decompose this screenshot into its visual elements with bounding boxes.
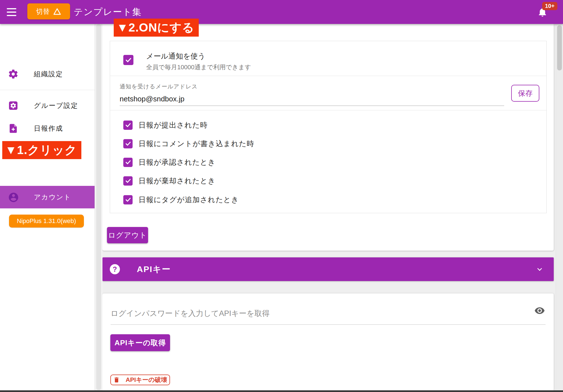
app-header: 切替 テンプレート集 10+: [0, 0, 563, 24]
switch-button[interactable]: 切替: [27, 3, 70, 19]
comment-written-checkbox[interactable]: [123, 139, 133, 148]
page-root: 切替 テンプレート集 10+ 組織設定 グループ設定: [0, 0, 563, 392]
notify-option-row: 日報が承認されたとき: [110, 154, 546, 170]
notify-option-label: 日報が提出された時: [138, 120, 207, 130]
password-visibility-eye-icon[interactable]: [534, 305, 545, 317]
page-scrollbar[interactable]: [556, 24, 563, 390]
gear-icon: [8, 69, 19, 79]
sidebar-scrollbar[interactable]: [95, 24, 102, 390]
input-underline: [111, 324, 546, 325]
annotation-step1-click: ▼1.クリック: [2, 141, 81, 159]
trash-icon: [113, 377, 120, 383]
report-submitted-checkbox[interactable]: [123, 121, 133, 130]
mail-notify-caption: 全員で毎月10000通まで利用できます: [146, 63, 251, 72]
api-destroy-button[interactable]: APIキーの破壊: [110, 375, 170, 385]
switch-button-label: 切替: [36, 7, 50, 16]
report-rejected-checkbox[interactable]: [123, 176, 133, 186]
hamburger-menu-icon[interactable]: [7, 8, 17, 16]
api-destroy-label: APIキーの破壊: [126, 376, 167, 384]
api-get-button[interactable]: APIキーの取得: [110, 334, 170, 351]
mail-notify-label: メール通知を使う: [146, 51, 205, 61]
chevron-down-icon[interactable]: [535, 265, 544, 274]
notify-option-row: 日報にコメントが書き込まれた時: [110, 136, 546, 152]
email-field-label: 通知を受けるメールアドレス: [120, 83, 198, 90]
sidebar-item-label: グループ設定: [34, 101, 78, 110]
sidebar-item-create-report[interactable]: 日報作成: [0, 117, 95, 140]
notify-option-row: 日報が提出された時: [110, 117, 546, 133]
mail-notification-box: メール通知を使う 全員で毎月10000通まで利用できます 通知を受けるメールアド…: [110, 41, 547, 213]
notify-option-row: 日報にタグが追加されたとき: [110, 192, 546, 208]
sidebar-item-label: 組織設定: [34, 70, 63, 79]
tag-added-checkbox[interactable]: [123, 195, 133, 204]
warning-triangle-icon: [53, 7, 61, 16]
notify-option-row: 日報が棄却されたとき: [110, 173, 546, 189]
notify-option-label: 日報にタグが追加されたとき: [138, 195, 239, 205]
report-approved-checkbox[interactable]: [123, 158, 133, 167]
sidebar-item-label: アカウント: [34, 193, 71, 202]
mail-notify-checkbox[interactable]: [123, 55, 133, 65]
api-section-title: APIキー: [137, 264, 171, 275]
api-key-section-header[interactable]: ? APIキー: [102, 257, 554, 281]
sidebar-item-org-settings[interactable]: 組織設定: [0, 63, 95, 85]
sidebar-item-account[interactable]: アカウント: [0, 186, 95, 208]
page-scrollbar-thumb[interactable]: [557, 25, 562, 70]
save-button[interactable]: 保存: [511, 85, 539, 102]
section-divider: [110, 76, 546, 76]
api-key-card: APIキーの取得 APIキーの破壊: [102, 293, 554, 392]
notification-count-badge: 10+: [542, 2, 557, 10]
gear-box-icon: [8, 100, 19, 111]
api-password-input[interactable]: [111, 307, 533, 320]
help-icon[interactable]: ?: [110, 264, 120, 274]
help-glyph: ?: [113, 265, 117, 273]
window-bottom-edge: [0, 390, 563, 392]
logout-button[interactable]: ログアウト: [107, 227, 148, 243]
section-divider: [110, 110, 546, 110]
account-circle-icon: [8, 192, 19, 202]
notify-option-label: 日報にコメントが書き込まれた時: [138, 139, 254, 149]
sidebar-item-label: 日報作成: [34, 124, 63, 133]
email-input[interactable]: [120, 92, 504, 106]
account-settings-card: メール通知を使う 全員で毎月10000通まで利用できます 通知を受けるメールアド…: [102, 24, 554, 251]
note-add-icon: [8, 123, 19, 134]
sidebar-scrollbar-thumb[interactable]: [96, 24, 101, 390]
notify-option-label: 日報が承認されたとき: [138, 157, 216, 167]
version-badge: NipoPlus 1.31.0(web): [9, 215, 84, 228]
sidebar: 組織設定 グループ設定 日報作成 日報保存箱 アカウント N: [0, 24, 95, 390]
annotation-step2-turn-on: ▼2.ONにする: [114, 19, 199, 37]
sidebar-item-group-settings[interactable]: グループ設定: [0, 94, 95, 117]
sidebar-divider: [0, 90, 95, 90]
notify-option-label: 日報が棄却されたとき: [138, 176, 216, 186]
